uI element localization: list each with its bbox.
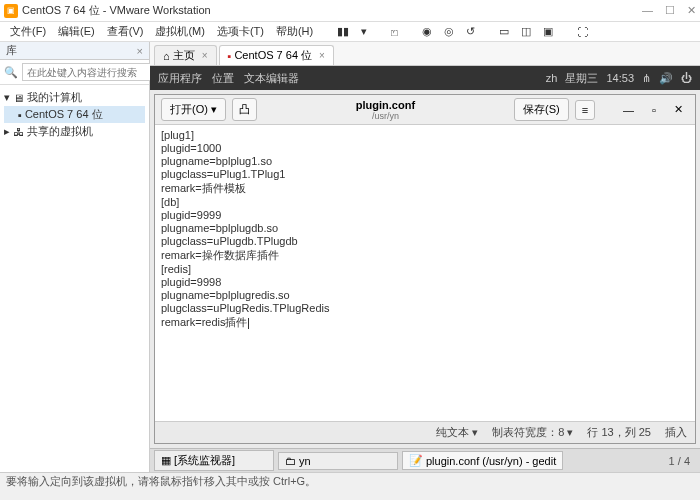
chevron-down-icon: ▾ (211, 103, 217, 116)
dropdown-icon[interactable]: ▾ (357, 24, 371, 39)
sidebar-header: 库 × (0, 42, 149, 60)
menu-vm[interactable]: 虚拟机(M) (151, 23, 209, 40)
send-icon[interactable]: ⏍ (387, 25, 402, 39)
gedit-toolbar: 打开(O)▾ 凸 plugin.conf /usr/yn 保存(S) ≡ — ▫… (155, 95, 695, 125)
status-syntax[interactable]: 纯文本 ▾ (436, 425, 478, 440)
gedit-icon: 📝 (409, 454, 423, 467)
new-tab-button[interactable]: 凸 (232, 98, 257, 121)
clock-day: 星期三 (565, 71, 598, 86)
console-icon[interactable]: ▣ (539, 24, 557, 39)
collapse-icon: ▾ (4, 91, 10, 104)
search-icon: 🔍 (4, 66, 18, 79)
gedit-statusbar: 纯文本 ▾ 制表符宽度：8 ▾ 行 13，列 25 插入 (155, 421, 695, 443)
network-icon[interactable]: ⋔ (642, 72, 651, 85)
expand-icon: ▸ (4, 125, 10, 138)
task-gedit[interactable]: 📝 plugin.conf (/usr/yn) - gedit (402, 451, 563, 470)
main-area: ⌂ 主页 × ▪ CentOS 7 64 位 × 应用程序 位置 文本编辑器 z… (150, 42, 700, 472)
menu-button[interactable]: ≡ (575, 100, 595, 120)
library-sidebar: 库 × 🔍 ▾ ▾ 🖥 我的计算机 ▪ CentOS 7 64 位 ▸ 🖧 共享… (0, 42, 150, 472)
close-icon[interactable]: × (137, 45, 143, 57)
window-title: CentOS 7 64 位 - VMware Workstation (22, 3, 642, 18)
shared-icon: 🖧 (13, 126, 24, 138)
menu-editor[interactable]: 文本编辑器 (244, 71, 299, 86)
vm-icon: ▪ (228, 50, 232, 62)
gnome-taskbar: ▦ [系统监视器] 🗀 yn 📝 plugin.conf (/usr/yn) -… (150, 448, 700, 472)
minimize-button[interactable]: — (642, 4, 653, 17)
maximize-button[interactable]: ☐ (665, 4, 675, 17)
gedit-window: 打开(O)▾ 凸 plugin.conf /usr/yn 保存(S) ≡ — ▫… (154, 94, 696, 444)
window-titlebar: ▣ CentOS 7 64 位 - VMware Workstation — ☐… (0, 0, 700, 22)
fullscreen-icon[interactable]: ▭ (495, 24, 513, 39)
menu-places[interactable]: 位置 (212, 71, 234, 86)
tab-vm[interactable]: ▪ CentOS 7 64 位 × (219, 45, 334, 65)
maximize-button[interactable]: ▫ (646, 104, 662, 116)
pause-icon[interactable]: ▮▮ (333, 24, 353, 39)
power-icon[interactable]: ⏻ (681, 72, 692, 84)
open-button[interactable]: 打开(O)▾ (161, 98, 226, 121)
input-method[interactable]: zh (546, 72, 558, 84)
task-files[interactable]: 🗀 yn (278, 452, 398, 470)
close-button[interactable]: ✕ (668, 103, 689, 116)
menu-help[interactable]: 帮助(H) (272, 23, 317, 40)
computer-icon: 🖥 (13, 92, 24, 104)
library-tree: ▾ 🖥 我的计算机 ▪ CentOS 7 64 位 ▸ 🖧 共享的虚拟机 (0, 85, 149, 472)
folder-icon: 🗀 (285, 455, 296, 467)
close-button[interactable]: ✕ (687, 4, 696, 17)
save-button[interactable]: 保存(S) (514, 98, 569, 121)
tab-home[interactable]: ⌂ 主页 × (154, 45, 217, 65)
search-input[interactable] (22, 63, 159, 81)
vmware-statusbar: 要将输入定向到该虚拟机，请将鼠标指针移入其中或按 Ctrl+G。 (0, 472, 700, 488)
gedit-title: plugin.conf /usr/yn (263, 99, 508, 121)
menu-view[interactable]: 查看(V) (103, 23, 148, 40)
snapshot-icon[interactable]: ◉ (418, 24, 436, 39)
stretch-icon[interactable]: ⛶ (573, 25, 592, 39)
unity-icon[interactable]: ◫ (517, 24, 535, 39)
sidebar-search: 🔍 ▾ (0, 60, 149, 85)
workspace-pager[interactable]: 1 / 4 (663, 453, 696, 469)
menu-applications[interactable]: 应用程序 (158, 71, 202, 86)
home-icon: ⌂ (163, 50, 170, 62)
monitor-icon: ▦ (161, 454, 171, 467)
vmware-icon: ▣ (4, 4, 18, 18)
menu-edit[interactable]: 编辑(E) (54, 23, 99, 40)
tree-root-shared[interactable]: ▸ 🖧 共享的虚拟机 (4, 123, 145, 140)
text-cursor (248, 318, 249, 329)
gnome-top-bar: 应用程序 位置 文本编辑器 zh 星期三 14:53 ⋔ 🔊 ⏻ (150, 66, 700, 90)
menu-tabs[interactable]: 选项卡(T) (213, 23, 268, 40)
editor-content[interactable]: [plug1] plugid=1000 plugname=bplplug1.so… (155, 125, 695, 421)
menu-bar: 文件(F) 编辑(E) 查看(V) 虚拟机(M) 选项卡(T) 帮助(H) ▮▮… (0, 22, 700, 42)
task-system-monitor[interactable]: ▦ [系统监视器] (154, 450, 274, 471)
status-insert: 插入 (665, 425, 687, 440)
snapshot-manage-icon[interactable]: ◎ (440, 24, 458, 39)
close-icon[interactable]: × (202, 50, 208, 61)
tab-bar: ⌂ 主页 × ▪ CentOS 7 64 位 × (150, 42, 700, 66)
status-tabwidth[interactable]: 制表符宽度：8 ▾ (492, 425, 573, 440)
window-controls: — ☐ ✕ (642, 4, 696, 17)
status-position: 行 13，列 25 (587, 425, 651, 440)
minimize-button[interactable]: — (617, 104, 640, 116)
guest-desktop: 应用程序 位置 文本编辑器 zh 星期三 14:53 ⋔ 🔊 ⏻ 打开(O)▾ (150, 66, 700, 472)
clock-time: 14:53 (606, 72, 634, 84)
close-icon[interactable]: × (319, 50, 325, 61)
menu-file[interactable]: 文件(F) (6, 23, 50, 40)
volume-icon[interactable]: 🔊 (659, 72, 673, 85)
tree-item-vm[interactable]: ▪ CentOS 7 64 位 (4, 106, 145, 123)
tree-root-mycomputer[interactable]: ▾ 🖥 我的计算机 (4, 89, 145, 106)
revert-icon[interactable]: ↺ (462, 24, 479, 39)
vm-icon: ▪ (18, 109, 22, 121)
